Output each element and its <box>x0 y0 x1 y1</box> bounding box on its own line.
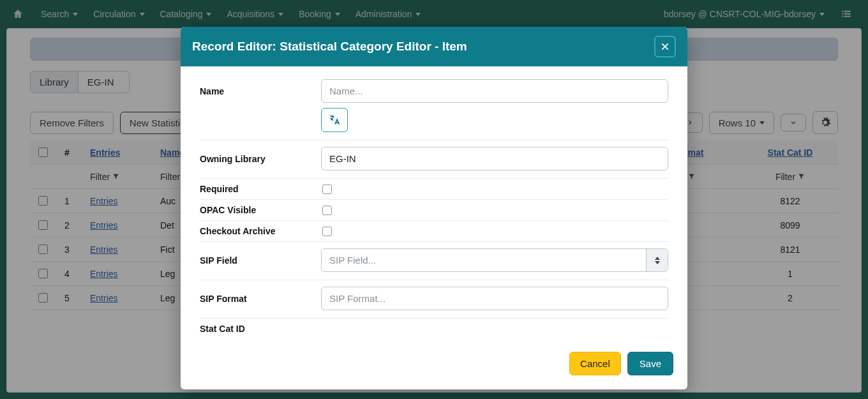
field-sipfield-label: SIP Field <box>200 255 321 266</box>
field-opac-label: OPAC Visible <box>200 205 321 215</box>
translate-button[interactable] <box>321 108 348 132</box>
owning-library-input[interactable] <box>321 147 668 170</box>
modal-footer: Cancel Save <box>181 343 687 389</box>
sip-field-select[interactable] <box>321 248 668 272</box>
field-required-label: Required <box>200 184 321 194</box>
record-editor-modal: Record Editor: Statistical Category Edit… <box>181 27 687 389</box>
field-sipformat-label: SIP Format <box>200 294 321 304</box>
sip-format-input[interactable] <box>321 287 668 310</box>
close-button[interactable] <box>654 36 676 57</box>
chevron-down-icon <box>655 261 660 264</box>
field-name-label: Name <box>200 86 321 96</box>
required-checkbox[interactable] <box>322 184 332 194</box>
modal-overlay: Record Editor: Statistical Category Edit… <box>0 0 868 399</box>
opac-visible-checkbox[interactable] <box>322 206 332 215</box>
chevron-up-icon <box>655 257 660 260</box>
close-icon <box>660 41 670 52</box>
field-owning-label: Owning Library <box>200 154 321 164</box>
checkout-archive-checkbox[interactable] <box>322 227 332 236</box>
save-button[interactable]: Save <box>627 352 673 375</box>
field-id-label: Stat Cat ID <box>200 324 321 334</box>
modal-body: Name Owning Library <box>181 66 687 343</box>
cancel-button[interactable]: Cancel <box>569 352 621 375</box>
modal-header: Record Editor: Statistical Category Edit… <box>181 27 687 66</box>
sip-field-stepper[interactable] <box>646 249 668 271</box>
field-checkout-label: Checkout Archive <box>200 226 321 236</box>
translate-icon <box>328 114 341 126</box>
name-input[interactable] <box>321 79 668 103</box>
modal-title: Record Editor: Statistical Category Edit… <box>192 40 654 54</box>
